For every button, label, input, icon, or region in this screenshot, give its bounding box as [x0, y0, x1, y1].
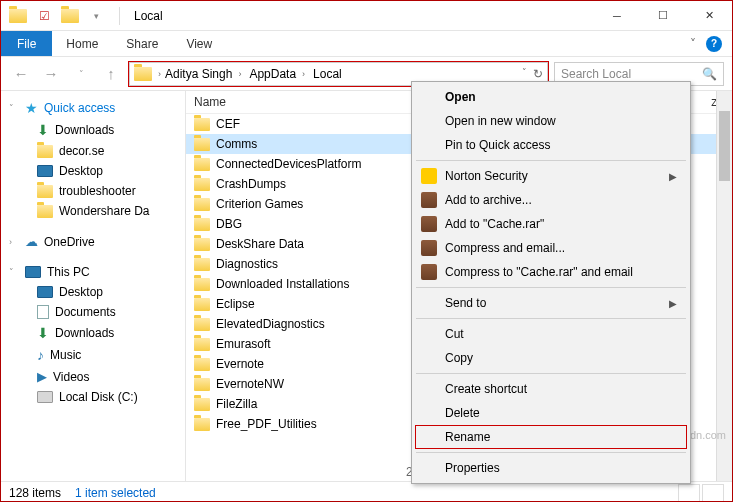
desktop-icon [37, 286, 53, 298]
file-name: Criterion Games [216, 197, 303, 211]
sidebar-item-decor[interactable]: decor.se [1, 141, 185, 161]
sidebar-item-videos[interactable]: ▶Videos [1, 366, 185, 387]
status-item-count: 128 items [9, 486, 61, 500]
folder-icon [194, 278, 210, 291]
sidebar-item-local-disk[interactable]: Local Disk (C:) [1, 387, 185, 407]
folder-icon [194, 198, 210, 211]
folder-icon [37, 145, 53, 158]
menu-delete[interactable]: Delete [415, 401, 687, 425]
folder-icon [194, 378, 210, 391]
sidebar-item-music[interactable]: ♪Music [1, 344, 185, 366]
ribbon-expand-icon[interactable]: ˅ [690, 37, 696, 51]
archive-icon [421, 216, 437, 232]
menu-open-new-window[interactable]: Open in new window [415, 109, 687, 133]
scrollbar-thumb[interactable] [719, 111, 730, 181]
search-placeholder: Search Local [561, 67, 631, 81]
folder-icon [194, 118, 210, 131]
archive-icon [421, 192, 437, 208]
sidebar-this-pc[interactable]: ˅This PC [1, 262, 185, 282]
folder-icon [194, 158, 210, 171]
recent-dropdown-icon[interactable]: ˅ [69, 62, 93, 86]
pc-icon [25, 266, 41, 278]
close-button[interactable]: ✕ [686, 1, 732, 31]
file-name: Downloaded Installations [216, 277, 349, 291]
file-name: EvernoteNW [216, 377, 284, 391]
status-selected: 1 item selected [75, 486, 156, 500]
menu-cut[interactable]: Cut [415, 322, 687, 346]
window-title: Local [134, 9, 163, 23]
file-name: Free_PDF_Utilities [216, 417, 317, 431]
download-icon: ⬇ [37, 122, 49, 138]
menu-compress-cache-email[interactable]: Compress to "Cache.rar" and email [415, 260, 687, 284]
sidebar-quick-access[interactable]: ˅★Quick access [1, 97, 185, 119]
menu-add-to-archive[interactable]: Add to archive... [415, 188, 687, 212]
file-name: Eclipse [216, 297, 255, 311]
folder-icon [194, 398, 210, 411]
address-dropdown-icon[interactable]: ˅ [522, 67, 527, 81]
breadcrumb: Aditya Singh› [161, 65, 245, 83]
qat-new-folder-icon[interactable] [59, 5, 81, 27]
file-name: Diagnostics [216, 257, 278, 271]
file-name: Emurasoft [216, 337, 271, 351]
chevron-right-icon: ▶ [669, 171, 677, 182]
file-name: CrashDumps [216, 177, 286, 191]
menu-copy[interactable]: Copy [415, 346, 687, 370]
view-large-button[interactable] [702, 484, 724, 502]
menu-properties[interactable]: Properties [415, 456, 687, 480]
menu-send-to[interactable]: Send to▶ [415, 291, 687, 315]
minimize-button[interactable]: ─ [594, 1, 640, 31]
archive-icon [421, 264, 437, 280]
ribbon: File Home Share View ˅ ? [1, 31, 732, 57]
sidebar-item-downloads[interactable]: ⬇Downloads [1, 322, 185, 344]
menu-norton-security[interactable]: Norton Security▶ [415, 164, 687, 188]
address-folder-icon [134, 67, 152, 81]
norton-icon [421, 168, 437, 184]
title-bar: ☑ ▾ Local ─ ☐ ✕ [1, 1, 732, 31]
menu-create-shortcut[interactable]: Create shortcut [415, 377, 687, 401]
menu-open[interactable]: Open [415, 85, 687, 109]
tab-share[interactable]: Share [112, 33, 172, 55]
maximize-button[interactable]: ☐ [640, 1, 686, 31]
sidebar-item-documents[interactable]: Documents [1, 302, 185, 322]
forward-button[interactable]: → [39, 62, 63, 86]
breadcrumb: AppData› [245, 65, 309, 83]
folder-icon [37, 185, 53, 198]
file-name: Comms [216, 137, 257, 151]
star-icon: ★ [25, 100, 38, 116]
file-tab[interactable]: File [1, 31, 52, 56]
archive-icon [421, 240, 437, 256]
sidebar-item-downloads[interactable]: ⬇Downloads [1, 119, 185, 141]
help-icon[interactable]: ? [706, 36, 722, 52]
folder-icon [194, 338, 210, 351]
tab-home[interactable]: Home [52, 33, 112, 55]
folder-icon [194, 258, 210, 271]
refresh-icon[interactable]: ↻ [533, 67, 543, 81]
folder-icon [194, 238, 210, 251]
folder-icon [194, 298, 210, 311]
tab-view[interactable]: View [172, 33, 226, 55]
sidebar-item-desktop[interactable]: Desktop [1, 161, 185, 181]
folder-icon [194, 138, 210, 151]
view-details-button[interactable] [678, 484, 700, 502]
menu-add-to-cache-rar[interactable]: Add to "Cache.rar" [415, 212, 687, 236]
file-name: DeskShare Data [216, 237, 304, 251]
up-button[interactable]: ↑ [99, 62, 123, 86]
sidebar-item-troubleshooter[interactable]: troubleshooter [1, 181, 185, 201]
cloud-icon: ☁ [25, 234, 38, 249]
drive-icon [37, 391, 53, 403]
vertical-scrollbar[interactable] [716, 91, 732, 481]
sidebar-item-desktop[interactable]: Desktop [1, 282, 185, 302]
sidebar-onedrive[interactable]: ›☁OneDrive [1, 231, 185, 252]
folder-icon [194, 318, 210, 331]
menu-rename[interactable]: Rename [415, 425, 687, 449]
file-name: DBG [216, 217, 242, 231]
qat-dropdown-icon[interactable]: ▾ [85, 5, 107, 27]
back-button[interactable]: ← [9, 62, 33, 86]
menu-compress-email[interactable]: Compress and email... [415, 236, 687, 260]
menu-pin-quick-access[interactable]: Pin to Quick access [415, 133, 687, 157]
qat-properties-icon[interactable]: ☑ [33, 5, 55, 27]
nav-tree: ˅★Quick access ⬇Downloads decor.se Deskt… [1, 91, 186, 481]
video-icon: ▶ [37, 369, 47, 384]
file-name: CEF [216, 117, 240, 131]
sidebar-item-wondershare[interactable]: Wondershare Da [1, 201, 185, 221]
